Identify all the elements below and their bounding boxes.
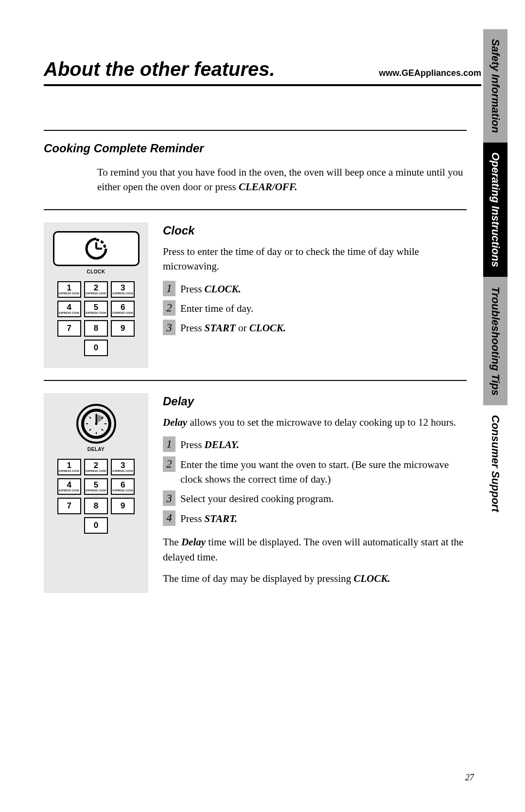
clock-body: Clock Press to enter the time of day or … xyxy=(163,222,467,368)
delay-step-4: 4 Press START. xyxy=(163,510,467,526)
step-number: 1 xyxy=(163,281,175,296)
step-number: 4 xyxy=(163,510,175,526)
key-3: 3EXPRESS COOK xyxy=(111,459,135,475)
key-9: 9 xyxy=(111,498,135,514)
clock-keypad: 1EXPRESS COOK 2EXPRESS COOK 3EXPRESS COO… xyxy=(57,281,135,356)
delay-intro: Delay allows you to set the microwave to… xyxy=(163,415,467,430)
clock-step-3: 3 Press START or CLOCK. xyxy=(163,320,467,335)
page-number: 27 xyxy=(465,773,474,783)
clock-panel-label: CLOCK xyxy=(87,269,105,274)
key-9: 9 xyxy=(111,320,135,337)
svg-line-11 xyxy=(89,417,91,418)
key-8: 8 xyxy=(84,498,108,514)
key-3: 3EXPRESS COOK xyxy=(111,281,135,298)
delay-after-2: The time of day may be displayed by pres… xyxy=(163,571,467,586)
delay-keypad-panel: DELAY 1EXPRESS COOK 2EXPRESS COOK 3EXPRE… xyxy=(44,393,148,593)
delay-dial-icon xyxy=(76,404,116,444)
svg-line-10 xyxy=(89,429,91,431)
key-6: 6EXPRESS COOK xyxy=(111,478,135,495)
delay-section: DELAY 1EXPRESS COOK 2EXPRESS COOK 3EXPRE… xyxy=(44,381,467,605)
key-4: 4EXPRESS COOK xyxy=(57,301,81,317)
delay-after-1: The Delay time will be displayed. The ov… xyxy=(163,535,467,564)
step-number: 3 xyxy=(163,490,175,506)
svg-line-9 xyxy=(102,429,103,431)
clock-icon xyxy=(84,236,108,261)
delay-body: Delay Delay allows you to set the microw… xyxy=(163,393,467,593)
delay-step-1: 1 Press DELAY. xyxy=(163,436,467,452)
delay-step-3: 3 Select your desired cooking program. xyxy=(163,490,467,506)
clock-display xyxy=(53,231,140,266)
key-0: 0 xyxy=(84,517,108,534)
step-number: 2 xyxy=(163,456,175,472)
page-header: About the other features. www.GEApplianc… xyxy=(44,58,481,86)
clock-keypad-panel: CLOCK 1EXPRESS COOK 2EXPRESS COOK 3EXPRE… xyxy=(44,222,148,368)
clock-label: Clock xyxy=(163,222,467,239)
step-number: 1 xyxy=(163,436,175,452)
clock-intro: Press to enter the time of day or to che… xyxy=(163,244,467,274)
svg-point-3 xyxy=(95,422,97,425)
key-8: 8 xyxy=(84,320,108,337)
key-1: 1EXPRESS COOK xyxy=(57,281,81,298)
page-title: About the other features. xyxy=(44,58,275,80)
section-reminder-label: Cooking Complete Reminder xyxy=(44,142,467,155)
delay-label: Delay xyxy=(163,393,467,410)
reminder-text: To remind you that you have food in the … xyxy=(97,165,467,195)
delay-panel-label: DELAY xyxy=(88,447,105,452)
key-2: 2EXPRESS COOK xyxy=(84,281,108,298)
clock-step-2: 2 Enter time of day. xyxy=(163,300,467,316)
delay-step-2: 2 Enter the time you want the oven to st… xyxy=(163,456,467,487)
key-2: 2EXPRESS COOK xyxy=(84,459,108,475)
key-1: 1EXPRESS COOK xyxy=(57,459,81,475)
header-url: www.GEAppliances.com xyxy=(379,68,481,78)
step-number: 3 xyxy=(163,320,175,335)
step-number: 2 xyxy=(163,300,175,316)
key-4: 4EXPRESS COOK xyxy=(57,478,81,495)
clock-section: CLOCK 1EXPRESS COOK 2EXPRESS COOK 3EXPRE… xyxy=(44,210,467,380)
delay-keypad: 1EXPRESS COOK 2EXPRESS COOK 3EXPRESS COO… xyxy=(57,459,135,534)
key-0: 0 xyxy=(84,340,108,356)
key-5: 5EXPRESS COOK xyxy=(84,301,108,317)
key-6: 6EXPRESS COOK xyxy=(111,301,135,317)
clock-step-1: 1 Press CLOCK. xyxy=(163,281,467,296)
key-5: 5EXPRESS COOK xyxy=(84,478,108,495)
key-7: 7 xyxy=(57,320,81,337)
key-7: 7 xyxy=(57,498,81,514)
